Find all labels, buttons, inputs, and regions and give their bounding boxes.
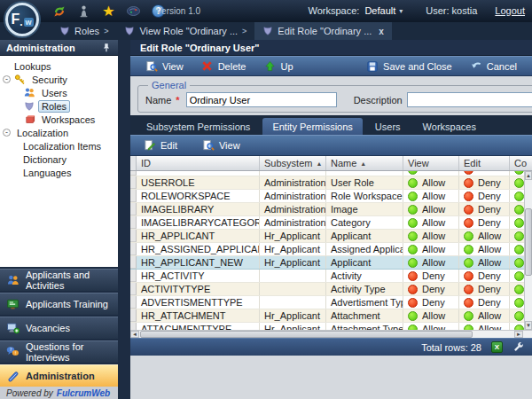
accordion-item-questions-for-interviews[interactable]: ?!Questions for Interviews [0, 340, 118, 363]
delete-button[interactable]: Delete [193, 58, 254, 74]
horizontal-scrollbar[interactable]: ◄ ► [130, 330, 532, 338]
table-row[interactable]: HR_ASSIGNED_APPLICANT_VACANCYHr_Applican… [130, 243, 524, 256]
accordion-item-vacancies[interactable]: Vacancies [0, 317, 118, 339]
sidebar-panel-header[interactable]: Administration [0, 40, 118, 56]
tree-item-workspaces[interactable]: Workspaces [0, 113, 118, 126]
table-row[interactable]: ROLEWORKSPACEAdministrationRole Workspac… [130, 190, 524, 203]
cell-subsystem: Administration [260, 190, 326, 202]
tree-item-localization-items[interactable]: Localization Items [0, 139, 118, 153]
table-row[interactable]: HR_ATTACHMENTHr_ApplicantAttachmentAllow… [130, 309, 524, 323]
row-gutter-cell[interactable] [130, 243, 137, 255]
table-row[interactable]: HR_APPLICANT_NEWHr_ApplicantApplicantAll… [130, 256, 524, 270]
row-gutter-cell[interactable] [130, 176, 137, 189]
column-header-subsystem[interactable]: Subsystem▲ [260, 156, 326, 170]
tab-entity-permissions[interactable]: Entity Permissions [262, 118, 362, 135]
grid-edit-button[interactable]: Edit [136, 137, 185, 154]
row-gutter-cell[interactable] [130, 190, 137, 202]
column-header-id[interactable]: ID [137, 156, 260, 170]
column-header-co[interactable]: Co [510, 156, 532, 170]
table-row[interactable]: USERROLEAdministrationUser RoleAllowDeny [130, 176, 524, 190]
table-row[interactable]: ADVERTISMENTTYPEAdvertisment TypeDenyDen… [130, 296, 524, 309]
main-panel: Edit Role "Ordinary User" View Delete Up [130, 40, 532, 399]
breadcrumb-tab-view-role-ordinary[interactable]: View Role "Ordinary ...> [116, 22, 254, 40]
column-header-name[interactable]: Name▲ [326, 156, 403, 170]
refresh-icon[interactable] [51, 4, 66, 19]
tree-item-users[interactable]: Users [0, 86, 118, 99]
grid-view-button[interactable]: View [194, 137, 248, 154]
accordion-item-applicants-training[interactable]: Applicants Training [0, 293, 118, 315]
award-icon[interactable] [76, 4, 91, 19]
expander-icon[interactable]: - [3, 75, 11, 83]
scroll-left-button[interactable]: ◄ [130, 331, 139, 338]
row-gutter-cell[interactable] [130, 256, 137, 269]
column-header-view[interactable]: View [403, 156, 459, 170]
table-row[interactable]: ATTACHMENTTYPEHr_ApplicantAttachment Typ… [130, 323, 524, 330]
horizontal-scroll-thumb[interactable] [140, 331, 473, 338]
breadcrumb-tab-edit-role-ordinary[interactable]: Edit Role "Ordinary ...x [254, 22, 392, 40]
accordion-item-administration[interactable]: Administration [0, 364, 118, 387]
workspace-dropdown[interactable]: Default ▾ [364, 5, 403, 16]
save-and-close-button[interactable]: Save and Close [358, 58, 460, 74]
wrench-icon[interactable] [512, 341, 524, 353]
row-gutter-cell[interactable] [130, 323, 137, 330]
allow-circle-icon [514, 285, 524, 294]
logout-link[interactable]: Logout [495, 5, 525, 16]
name-input[interactable] [186, 92, 337, 107]
vertical-scrollbar[interactable]: ▲ ▼ [524, 171, 532, 330]
scroll-up-button[interactable]: ▲ [525, 171, 532, 180]
app-logo[interactable]: F.w [5, 3, 39, 36]
cell-subsystem [260, 171, 326, 176]
tree-item-roles[interactable]: Roles [0, 99, 118, 113]
row-gutter-cell[interactable] [130, 270, 137, 282]
row-gutter-cell[interactable] [130, 203, 137, 215]
expander-icon[interactable]: - [3, 129, 11, 137]
cell-subsystem: Hr_Applicant [260, 243, 326, 255]
table-row[interactable]: HR_APPLICANTHr_ApplicantApplicantAllowAl… [130, 230, 524, 243]
cell-edit-permission: Deny [459, 203, 510, 215]
fulcrumweb-link[interactable]: FulcrumWeb [57, 388, 110, 398]
row-gutter-cell[interactable] [130, 230, 137, 242]
tab-subsystem-permissions[interactable]: Subsystem Permissions [137, 118, 260, 135]
table-row[interactable]: ACTIVITYTYPEActivity TypeDenyDeny [130, 283, 524, 296]
tab-users[interactable]: Users [365, 118, 411, 135]
scroll-right-button[interactable]: ► [514, 331, 523, 338]
excel-export-icon[interactable]: X [491, 341, 503, 353]
accordion-item-applicants-and-activities[interactable]: Applicants and Activities [0, 269, 118, 291]
table-row[interactable]: IMAGELIBRARYCATEGORYAdministrationCatego… [130, 216, 524, 230]
cancel-button[interactable]: Cancel [462, 58, 525, 74]
row-gutter-cell[interactable] [130, 296, 137, 309]
tab-workspaces[interactable]: Workspaces [413, 118, 486, 135]
permission-label: Allow [422, 231, 445, 241]
vertical-scroll-thumb[interactable] [525, 208, 532, 276]
powered-by: Powered by FulcrumWeb [0, 387, 118, 399]
column-header-edit[interactable]: Edit [459, 156, 510, 170]
tree-item-lookups[interactable]: Lookups [0, 59, 118, 73]
cell-id [137, 171, 260, 176]
tree-item-dictionary[interactable]: Dictionary [0, 153, 118, 166]
cancel-undo-icon [470, 60, 482, 73]
row-gutter-cell[interactable] [130, 216, 137, 229]
row-gutter-cell[interactable] [130, 283, 137, 295]
cell-create-permission [510, 243, 524, 255]
tree-item-security[interactable]: -Security [0, 73, 118, 86]
row-gutter-cell[interactable] [130, 309, 137, 322]
pin-icon[interactable] [101, 43, 112, 53]
up-button[interactable]: Up [255, 58, 301, 74]
favorites-star-icon[interactable]: ★ [101, 4, 116, 19]
description-input[interactable] [407, 92, 532, 107]
tree-item-localization[interactable]: -Localization [0, 126, 118, 139]
tree-item-languages[interactable]: Languages [0, 166, 118, 179]
row-gutter-cell[interactable] [130, 171, 137, 176]
cell-view-permission [403, 171, 459, 176]
roles-mask-icon [124, 26, 135, 36]
table-row[interactable]: HR_ACTIVITYActivityDenyDeny [130, 270, 524, 283]
scroll-down-button[interactable]: ▼ [525, 321, 532, 330]
deny-circle-icon [408, 298, 418, 308]
table-row[interactable]: IMAGELIBRARYAdministrationImageAllowDeny [130, 203, 524, 216]
users-icon [23, 87, 35, 98]
view-button[interactable]: View [137, 58, 192, 74]
breadcrumb-tab-roles[interactable]: Roles> [51, 22, 116, 40]
globe-icon[interactable] [126, 4, 141, 19]
cell-subsystem: Hr_Applicant [260, 230, 326, 242]
tab-close-icon[interactable]: x [379, 27, 384, 36]
